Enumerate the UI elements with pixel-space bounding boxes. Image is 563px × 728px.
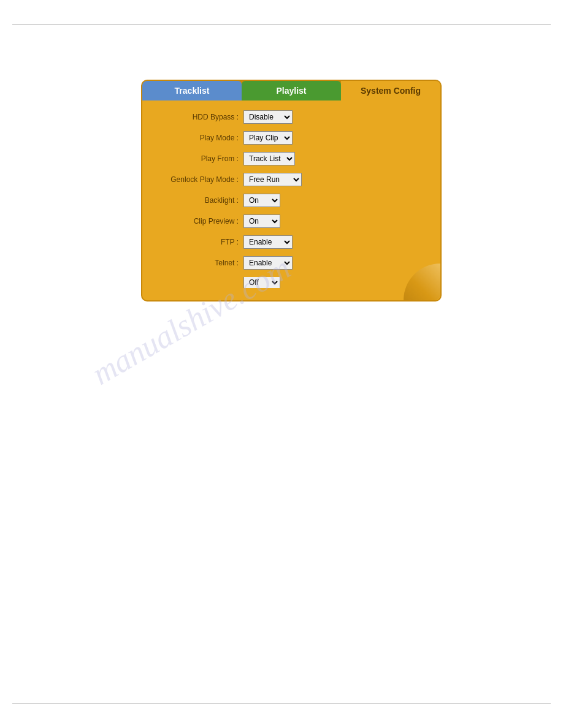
ftp-label: FTP : xyxy=(155,238,243,246)
top-divider xyxy=(12,25,551,25)
play-from-select[interactable]: Track List Beginning Current xyxy=(243,152,295,165)
play-from-row: Play From : Track List Beginning Current xyxy=(155,152,428,165)
tab-system-config[interactable]: System Config xyxy=(341,81,440,100)
telnet-select[interactable]: Enable Disable xyxy=(243,256,293,270)
tab-bar: Tracklist Playlist System Config xyxy=(142,81,440,100)
backlight-select[interactable]: On Off xyxy=(243,194,280,207)
bottom-divider xyxy=(12,703,551,703)
play-from-label: Play From : xyxy=(155,154,243,163)
clip-preview-label: Clip Preview : xyxy=(155,217,243,226)
form-body: HDD Bypass : Disable Enable Play Mode : … xyxy=(142,100,440,300)
ftp-select[interactable]: Enable Disable xyxy=(243,235,293,249)
ftp-row: FTP : Enable Disable xyxy=(155,235,428,249)
genlock-play-mode-row: Genlock Play Mode : Free Run Genlock Tri… xyxy=(155,173,428,186)
main-panel: Tracklist Playlist System Config HDD Byp… xyxy=(141,80,442,301)
genlock-play-mode-label: Genlock Play Mode : xyxy=(155,175,243,184)
play-mode-select[interactable]: Play Clip Loop Single xyxy=(243,131,293,145)
telnet-row: Telnet : Enable Disable xyxy=(155,256,428,270)
telnet-label: Telnet : xyxy=(155,259,243,267)
play-mode-row: Play Mode : Play Clip Loop Single xyxy=(155,131,428,145)
genlock-play-mode-select[interactable]: Free Run Genlock Tri-Level xyxy=(243,173,302,186)
backlight-label: Backlight : xyxy=(155,196,243,205)
last-row: Off On xyxy=(155,277,428,288)
panel-wrapper: Tracklist Playlist System Config HDD Byp… xyxy=(141,80,442,301)
hdd-bypass-select[interactable]: Disable Enable xyxy=(243,110,293,124)
clip-preview-select[interactable]: On Off xyxy=(243,214,280,228)
tab-tracklist[interactable]: Tracklist xyxy=(142,81,242,100)
last-row-select[interactable]: Off On xyxy=(243,277,280,288)
hdd-bypass-row: HDD Bypass : Disable Enable xyxy=(155,110,428,124)
tab-playlist[interactable]: Playlist xyxy=(242,81,341,100)
backlight-row: Backlight : On Off xyxy=(155,194,428,207)
hdd-bypass-label: HDD Bypass : xyxy=(155,113,243,121)
clip-preview-row: Clip Preview : On Off xyxy=(155,214,428,228)
play-mode-label: Play Mode : xyxy=(155,134,243,142)
